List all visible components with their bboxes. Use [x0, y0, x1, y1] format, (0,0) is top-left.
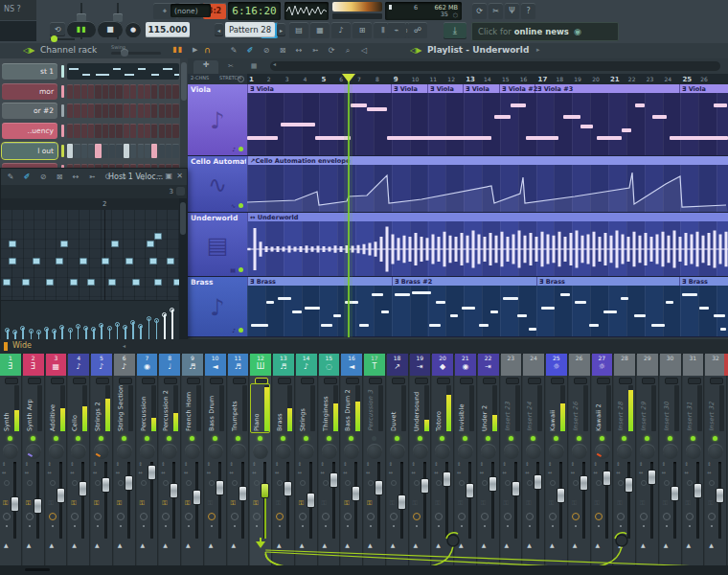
midi-note[interactable]	[102, 258, 109, 264]
pianoroll-tool-3[interactable]: ⊠	[52, 171, 67, 183]
strip-header[interactable]: 1Ǝ	[0, 354, 21, 376]
strip-enable-led[interactable]	[668, 436, 672, 441]
midi-note[interactable]	[56, 258, 63, 264]
strip-slot[interactable]	[324, 378, 337, 384]
velocity-handle[interactable]	[170, 308, 174, 312]
fader-track[interactable]	[468, 462, 471, 539]
mixer-strip[interactable]: 16◄Bass Drum 2⇕⇔⚿▲	[341, 354, 363, 565]
stereo-sep-icon[interactable]: ⇕	[594, 461, 598, 467]
fader-cap[interactable]	[580, 475, 588, 491]
strip-enable-led[interactable]	[122, 436, 126, 441]
playlist-tab-arrange[interactable]: ✛	[193, 60, 218, 74]
strip-pan-knob[interactable]	[94, 444, 109, 459]
pattern-selector-mini[interactable]: (none)	[171, 4, 211, 17]
pan-mini-icon[interactable]: ⇔	[707, 470, 711, 475]
route-arrow[interactable]: ▲	[277, 541, 282, 548]
pan-mini-icon[interactable]: ⇔	[184, 470, 188, 475]
strip-slot[interactable]	[528, 378, 541, 384]
strip-enable-led[interactable]	[531, 436, 535, 441]
clip-label[interactable]: Ǝ Brass	[250, 278, 276, 286]
record-ring[interactable]	[481, 513, 489, 520]
fx-lock-icon[interactable]: ⚿	[435, 499, 440, 507]
step-cell[interactable]	[138, 124, 144, 138]
strip-slot[interactable]	[574, 378, 587, 384]
strip-enable-led[interactable]	[554, 436, 558, 441]
strip-pan-knob[interactable]	[344, 444, 359, 459]
stereo-sep-icon[interactable]: ⇕	[298, 461, 302, 467]
strip-enable-led[interactable]	[258, 436, 262, 441]
mixer-strip[interactable]: 22⇥Under 2⇕⇔⚿▲	[478, 354, 500, 565]
strip-enable-led[interactable]	[99, 436, 103, 441]
step-cell[interactable]	[102, 104, 108, 118]
mixer-layout-label[interactable]: Wide	[12, 341, 32, 350]
midi-note[interactable]	[46, 279, 54, 286]
pianoroll-tool-1[interactable]: ✐	[19, 171, 34, 183]
strip-header[interactable]: 29	[637, 354, 658, 376]
velocity-handle[interactable]	[68, 328, 73, 333]
strip-enable-led[interactable]	[713, 436, 717, 441]
track-header[interactable]: Brass♪♪	[188, 277, 247, 337]
strip-enable-led[interactable]	[213, 436, 217, 441]
fader-track[interactable]	[423, 462, 426, 539]
strip-enable-led[interactable]	[486, 436, 490, 441]
strip-pan-knob[interactable]	[49, 444, 64, 459]
fader-cap[interactable]	[443, 472, 451, 487]
step-cell[interactable]	[138, 84, 144, 99]
track-lane[interactable]: Ǝ BrassƎ Brass #2Ǝ BrassƎ Brass	[247, 277, 728, 337]
route-arrow[interactable]: ▲	[323, 541, 328, 548]
channel-mute-led[interactable]	[61, 85, 64, 98]
step-cell[interactable]	[145, 104, 150, 118]
record-ring[interactable]	[208, 513, 216, 520]
strip-pan-knob[interactable]	[663, 444, 678, 459]
record-ring[interactable]	[117, 513, 125, 520]
pianoroll-tool-6[interactable]: ⟳	[101, 171, 116, 183]
fader-track[interactable]	[104, 462, 107, 539]
mixer-h-scrollbar[interactable]	[25, 568, 50, 571]
clip-label[interactable]: Ǝ Viola	[250, 85, 274, 93]
midi-note[interactable]	[125, 258, 133, 264]
strip-enable-led[interactable]	[600, 436, 604, 441]
plugin-area-button-0[interactable]: ⌁	[387, 22, 406, 38]
record-ring[interactable]	[162, 513, 170, 520]
fader-track[interactable]	[127, 462, 130, 539]
plugin-area-button-1[interactable]: ☍	[408, 22, 427, 38]
step-cell[interactable]	[74, 124, 80, 138]
fx-slot-dot[interactable]	[641, 480, 647, 486]
step-cell[interactable]	[159, 104, 165, 118]
stereo-sep-icon[interactable]: ⇕	[25, 461, 29, 467]
clip-label[interactable]: Ǝ Viola #2	[502, 85, 537, 93]
strip-slot[interactable]	[506, 378, 519, 384]
playlist-tool-4[interactable]: ↔	[291, 44, 307, 57]
fx-lock-icon[interactable]: ⚿	[49, 499, 54, 507]
stop-button[interactable]: ■	[98, 21, 123, 37]
fx-lock-icon[interactable]: ⚿	[231, 499, 236, 507]
stereo-sep-icon[interactable]: ⇕	[389, 461, 393, 467]
fader-track[interactable]	[81, 462, 84, 539]
record-ring[interactable]	[231, 513, 239, 520]
fx-lock-icon[interactable]: ⚿	[26, 499, 31, 507]
fader-cap[interactable]	[648, 470, 656, 485]
step-cell[interactable]	[109, 124, 115, 138]
midi-note[interactable]	[9, 258, 16, 264]
route-arrow[interactable]: ▲	[641, 541, 646, 548]
fader-cap[interactable]	[239, 486, 247, 501]
strip-slot[interactable]	[415, 378, 428, 384]
mixer-strip[interactable]: 4♪Cello⇕⇔⚿▲	[68, 354, 90, 565]
fx-slot-dot[interactable]	[323, 480, 329, 486]
clip-label[interactable]: Ǝ Brass #2	[395, 278, 432, 286]
record-ring[interactable]	[504, 513, 512, 520]
route-arrow[interactable]: ▲	[345, 541, 350, 548]
fx-slot-dot[interactable]	[550, 480, 556, 486]
piano-roll-timeline[interactable]: 2	[1, 198, 179, 210]
strip-pan-knob[interactable]	[413, 444, 428, 459]
menu-stub[interactable]: NS ?	[0, 0, 36, 20]
velocity-handle[interactable]	[5, 328, 10, 333]
fx-slot-dot[interactable]	[27, 480, 33, 486]
mixer-strip[interactable]: 13♬Brass⇕⇔⚿▲	[273, 354, 295, 565]
velocity-stem[interactable]	[148, 318, 150, 339]
fx-lock-icon[interactable]: ⚿	[413, 499, 418, 507]
fx-slot-dot[interactable]	[436, 480, 442, 486]
velocity-handle[interactable]	[147, 316, 151, 321]
fader-cap[interactable]	[352, 486, 360, 501]
strip-header[interactable]: 11♬	[228, 354, 249, 376]
